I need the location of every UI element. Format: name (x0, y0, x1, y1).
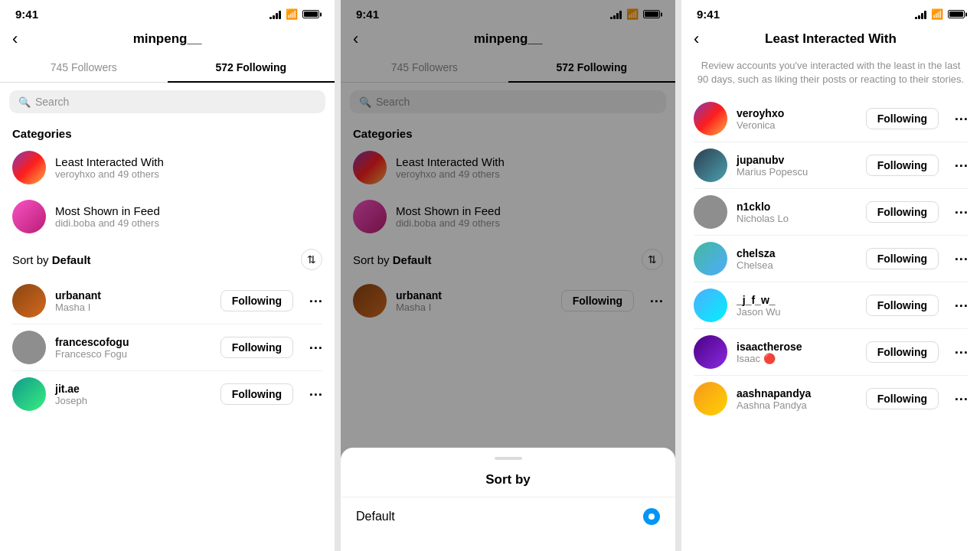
header-left: ‹ minpeng__ (0, 25, 335, 53)
battery-icon-right (948, 10, 965, 18)
avatar-left-2 (12, 377, 46, 411)
avatar-left-0 (12, 284, 46, 318)
tab-following-left[interactable]: 572 Following (168, 54, 335, 83)
user-info-right-5: isaactherose Isaac 🔴 (737, 341, 857, 364)
category-item-left-1[interactable]: Most Shown in Feed didi.boba and 49 othe… (0, 192, 335, 241)
user-info-right-0: veroyhxo Veronica (737, 107, 857, 131)
avatar-right-4 (694, 289, 727, 322)
user-item-left-2: jit.ae Joseph Following ⋯ (0, 371, 335, 417)
more-button-left-1[interactable]: ⋯ (309, 339, 322, 356)
fullname-right-1: Marius Popescu (737, 166, 857, 178)
more-button-right-5[interactable]: ⋯ (954, 344, 968, 360)
middle-panel: 9:41 📶 ‹ minpeng__ 745 Followers 572 Fol… (341, 0, 675, 551)
tab-followers-left[interactable]: 745 Followers (0, 54, 168, 83)
follow-button-left-1[interactable]: Following (220, 337, 293, 358)
category-item-left-0[interactable]: Least Interacted With veroyhxo and 49 ot… (0, 143, 335, 192)
category-thumb-left-0 (12, 151, 46, 184)
user-info-right-1: jupanubv Marius Popescu (737, 154, 857, 178)
username-right-1: jupanubv (737, 154, 857, 166)
search-bar-left[interactable]: 🔍 Search (9, 90, 325, 113)
back-button-left[interactable]: ‹ (12, 29, 18, 49)
avatar-right-3 (694, 242, 727, 276)
user-item-left-1: francescofogu Francesco Fogu Following ⋯ (0, 324, 335, 370)
status-bar-right: 9:41 📶 (681, 0, 980, 25)
signal-icon-right (915, 10, 926, 19)
follow-button-right-0[interactable]: Following (866, 108, 939, 129)
user-info-left-1: francescofogu Francesco Fogu (55, 336, 211, 360)
page-title-right: Least Interacted With (765, 31, 897, 47)
fullname-left-2: Joseph (55, 395, 211, 406)
more-button-right-4[interactable]: ⋯ (954, 297, 968, 314)
user-item-right-1: jupanubv Marius Popescu Following ⋯ (681, 142, 980, 188)
avatar-right-0 (694, 102, 727, 135)
wifi-icon-right: 📶 (931, 8, 943, 20)
fullname-right-3: Chelsea (737, 259, 857, 271)
follow-button-left-2[interactable]: Following (220, 383, 293, 405)
follow-button-right-3[interactable]: Following (866, 248, 939, 269)
more-button-right-6[interactable]: ⋯ (954, 390, 968, 407)
more-button-right-2[interactable]: ⋯ (954, 204, 968, 220)
follow-button-right-5[interactable]: Following (866, 341, 939, 363)
user-item-right-4: _j_f_w_ Jason Wu Following ⋯ (681, 282, 980, 328)
avatar-right-6 (694, 382, 727, 416)
fullname-right-0: Veronica (737, 119, 857, 131)
overlay-dim: Sort by Default (341, 0, 675, 551)
right-panel: 9:41 📶 ‹ Least Interacted With Review ac… (681, 0, 980, 551)
user-info-left-0: urbanant Masha I (55, 289, 211, 313)
category-text-left-0: Least Interacted With veroyhxo and 49 ot… (55, 155, 164, 180)
follow-button-right-6[interactable]: Following (866, 388, 939, 409)
cat-title-left-0: Least Interacted With (55, 155, 164, 168)
status-icons-left: 📶 (270, 8, 319, 20)
cat-sub-left-1: didi.boba and 49 others (55, 217, 160, 229)
fullname-right-5: Isaac 🔴 (737, 353, 857, 364)
cat-title-left-1: Most Shown in Feed (55, 204, 160, 217)
battery-icon-left (302, 10, 319, 18)
time-left: 9:41 (15, 8, 38, 21)
username-right-2: n1cklo (737, 201, 857, 213)
fullname-left-0: Masha I (55, 302, 211, 313)
more-button-right-1[interactable]: ⋯ (954, 157, 968, 174)
user-item-right-2: n1cklo Nicholas Lo Following ⋯ (681, 189, 980, 235)
username-right-3: chelsza (737, 247, 857, 259)
sort-icon-left[interactable]: ⇅ (301, 249, 322, 270)
sort-label-left: Sort by Default (12, 253, 91, 266)
user-item-right-3: chelsza Chelsea Following ⋯ (681, 236, 980, 282)
follow-button-right-4[interactable]: Following (866, 295, 939, 316)
back-button-right[interactable]: ‹ (694, 29, 699, 49)
page-title-left: minpeng__ (133, 31, 202, 47)
user-info-right-6: aashnapandya Aashna Pandya (737, 387, 857, 411)
follow-button-right-1[interactable]: Following (866, 155, 939, 176)
user-item-right-0: veroyhxo Veronica Following ⋯ (681, 96, 980, 142)
sheet-title: Sort by (341, 469, 675, 497)
more-button-left-0[interactable]: ⋯ (309, 292, 322, 309)
more-button-left-2[interactable]: ⋯ (309, 386, 322, 403)
cat-sub-left-0: veroyhxo and 49 others (55, 168, 164, 180)
time-right: 9:41 (697, 8, 720, 21)
avatar-left-1 (12, 331, 46, 364)
follow-button-right-2[interactable]: Following (866, 201, 939, 223)
subtitle-right: Review accounts you've interacted with t… (681, 53, 980, 96)
username-right-6: aashnapandya (737, 387, 857, 399)
username-right-0: veroyhxo (737, 107, 857, 119)
username-right-5: isaactherose (737, 341, 857, 353)
user-info-right-3: chelsza Chelsea (737, 247, 857, 271)
follow-button-left-0[interactable]: Following (220, 290, 293, 311)
status-icons-right: 📶 (915, 8, 965, 20)
user-info-right-2: n1cklo Nicholas Lo (737, 201, 857, 224)
avatar-right-1 (694, 148, 727, 182)
user-item-left-0: urbanant Masha I Following ⋯ (0, 278, 335, 324)
search-placeholder-left: Search (35, 96, 69, 108)
more-button-right-3[interactable]: ⋯ (954, 250, 968, 267)
radio-selected-default (643, 508, 660, 525)
sort-sheet: Sort by Default (341, 448, 675, 551)
wifi-icon-left: 📶 (286, 8, 298, 20)
avatar-right-5 (694, 335, 727, 369)
sheet-option-default[interactable]: Default (341, 497, 675, 536)
username-left-1: francescofogu (55, 336, 211, 348)
more-button-right-0[interactable]: ⋯ (954, 110, 968, 127)
fullname-right-2: Nicholas Lo (737, 213, 857, 224)
user-item-right-6: aashnapandya Aashna Pandya Following ⋯ (681, 376, 980, 422)
user-item-right-5: isaactherose Isaac 🔴 Following ⋯ (681, 329, 980, 375)
user-info-right-4: _j_f_w_ Jason Wu (737, 294, 857, 318)
avatar-right-2 (694, 195, 727, 229)
